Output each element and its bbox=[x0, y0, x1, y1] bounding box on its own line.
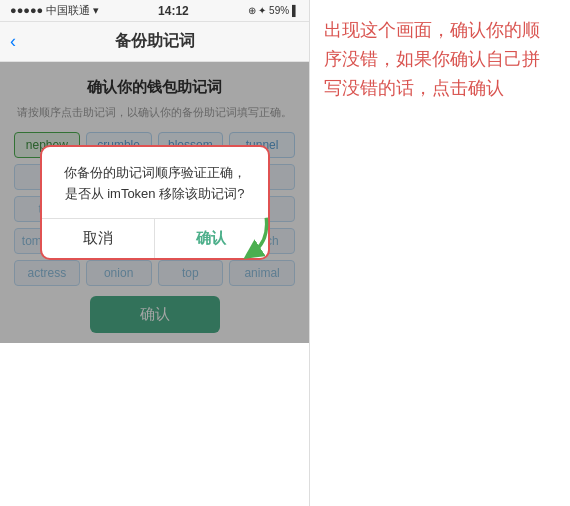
dialog-message: 你备份的助记词顺序验证正确，是否从 imToken 移除该助记词? bbox=[42, 147, 268, 219]
nav-title: 备份助记词 bbox=[115, 31, 195, 52]
dialog-cancel-button[interactable]: 取消 bbox=[42, 219, 156, 258]
annotation-panel: 出现这个画面，确认你的顺序没错，如果你确认自己拼写没错的话，点击确认 bbox=[310, 0, 570, 506]
phone-frame: ●●●●● 中国联通 ▾ 14:12 ⊕ ✦ 59% ▌ ‹ 备份助记词 确认你… bbox=[0, 0, 310, 506]
nav-bar: ‹ 备份助记词 bbox=[0, 22, 309, 62]
status-left: ●●●●● 中国联通 ▾ bbox=[10, 3, 99, 18]
arrow-icon bbox=[223, 213, 271, 261]
main-content: 确认你的钱包助记词 请按顺序点击助记词，以确认你的备份助记词填写正确。 neph… bbox=[0, 62, 309, 343]
back-button[interactable]: ‹ bbox=[10, 31, 16, 52]
status-time: 14:12 bbox=[158, 4, 189, 18]
status-bar: ●●●●● 中国联通 ▾ 14:12 ⊕ ✦ 59% ▌ bbox=[0, 0, 309, 22]
annotation-text: 出现这个画面，确认你的顺序没错，如果你确认自己拼写没错的话，点击确认 bbox=[324, 16, 556, 102]
status-right: ⊕ ✦ 59% ▌ bbox=[248, 5, 299, 16]
dialog-overlay: 你备份的助记词顺序验证正确，是否从 imToken 移除该助记词? 取消 确认 bbox=[0, 62, 309, 343]
